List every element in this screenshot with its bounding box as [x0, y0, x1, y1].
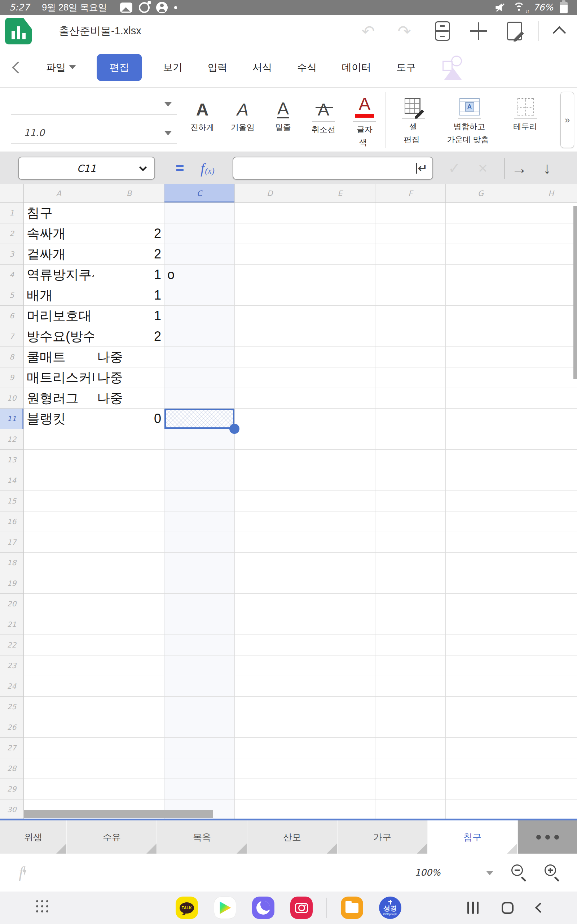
cell-E2[interactable] [305, 223, 376, 244]
cell-F11[interactable] [376, 409, 446, 429]
cell-C8[interactable] [164, 347, 235, 367]
row-header-27[interactable]: 27 [0, 738, 24, 758]
samsung-internet-app-icon[interactable] [252, 897, 274, 919]
cell-A7[interactable]: 방수요(방수 [24, 326, 94, 347]
cell-E21[interactable] [305, 614, 376, 635]
cell-A17[interactable] [24, 532, 94, 552]
home-button[interactable] [501, 902, 514, 914]
cell-G14[interactable] [446, 470, 516, 491]
strikethrough-button[interactable]: 취소선 [303, 88, 344, 152]
cell-A27[interactable] [24, 738, 94, 758]
cell-G10[interactable] [446, 388, 516, 409]
cell-A3[interactable]: 겉싸개 [24, 244, 94, 265]
cell-D22[interactable] [235, 635, 305, 656]
cell-H4[interactable] [516, 265, 577, 285]
cell-F10[interactable] [376, 388, 446, 409]
cell-B16[interactable] [94, 512, 164, 532]
menu-item-edit[interactable]: 편집 [97, 54, 142, 81]
cell-E27[interactable] [305, 738, 376, 758]
column-header-D[interactable]: D [235, 184, 305, 203]
cell-A22[interactable] [24, 635, 94, 656]
vertical-scrollbar[interactable] [574, 206, 577, 379]
column-header-C[interactable]: C [164, 184, 235, 203]
cell-H27[interactable] [516, 738, 577, 758]
cell-F15[interactable] [376, 491, 446, 512]
cell-H8[interactable] [516, 347, 577, 367]
cell-H16[interactable] [516, 512, 577, 532]
cell-E10[interactable] [305, 388, 376, 409]
zoom-in-icon[interactable] [544, 864, 561, 881]
cell-B23[interactable] [94, 656, 164, 676]
cell-F23[interactable] [376, 656, 446, 676]
cell-E29[interactable] [305, 779, 376, 800]
cell-D2[interactable] [235, 223, 305, 244]
cell-D3[interactable] [235, 244, 305, 265]
cell-B26[interactable] [94, 717, 164, 738]
cell-F13[interactable] [376, 450, 446, 470]
column-header-G[interactable]: G [446, 184, 516, 203]
cell-B9[interactable]: 나중 [94, 367, 164, 388]
cell-A16[interactable] [24, 512, 94, 532]
column-header-E[interactable]: E [305, 184, 376, 203]
row-header-7[interactable]: 7 [0, 326, 24, 347]
cell-H11[interactable] [516, 409, 577, 429]
row-header-28[interactable]: 28 [0, 758, 24, 779]
cell-D24[interactable] [235, 676, 305, 696]
cell-C20[interactable] [164, 594, 235, 614]
cell-D17[interactable] [235, 532, 305, 552]
cell-H17[interactable] [516, 532, 577, 552]
cell-A14[interactable] [24, 470, 94, 491]
cell-C11[interactable] [164, 409, 235, 429]
cell-A2[interactable]: 속싸개 [24, 223, 94, 244]
cell-G9[interactable] [446, 367, 516, 388]
cell-F6[interactable] [376, 306, 446, 326]
sheet-tab-mogyok[interactable]: 목욕 [157, 821, 247, 854]
cell-F25[interactable] [376, 696, 446, 717]
cell-D10[interactable] [235, 388, 305, 409]
cell-H5[interactable] [516, 285, 577, 306]
cell-D8[interactable] [235, 347, 305, 367]
cell-D20[interactable] [235, 594, 305, 614]
cell-A29[interactable] [24, 779, 94, 800]
cell-D23[interactable] [235, 656, 305, 676]
add-icon[interactable] [467, 20, 490, 42]
cell-C26[interactable] [164, 717, 235, 738]
cell-D29[interactable] [235, 779, 305, 800]
cell-H23[interactable] [516, 656, 577, 676]
cell-B5[interactable]: 1 [94, 285, 164, 306]
cell-D13[interactable] [235, 450, 305, 470]
cell-H1[interactable] [516, 203, 577, 223]
cell-G8[interactable] [446, 347, 516, 367]
cell-A28[interactable] [24, 758, 94, 779]
cell-C3[interactable] [164, 244, 235, 265]
back-chevron-icon[interactable] [12, 61, 24, 74]
cell-E30[interactable] [305, 800, 376, 819]
equals-icon[interactable] [176, 152, 184, 184]
cell-C19[interactable] [164, 573, 235, 594]
cell-G6[interactable] [446, 306, 516, 326]
cell-G1[interactable] [446, 203, 516, 223]
row-header-14[interactable]: 14 [0, 470, 24, 491]
cell-B11[interactable]: 0 [94, 409, 164, 429]
cell-E13[interactable] [305, 450, 376, 470]
column-header-B[interactable]: B [94, 184, 164, 203]
borders-button[interactable]: 테두리 [499, 88, 552, 152]
cell-B14[interactable] [94, 470, 164, 491]
cell-C16[interactable] [164, 512, 235, 532]
row-header-22[interactable]: 22 [0, 635, 24, 656]
row-header-1[interactable]: 1 [0, 203, 24, 223]
cell-E6[interactable] [305, 306, 376, 326]
cell-F26[interactable] [376, 717, 446, 738]
cell-H2[interactable] [516, 223, 577, 244]
row-header-6[interactable]: 6 [0, 306, 24, 326]
cell-C4[interactable]: o [164, 265, 235, 285]
cell-C28[interactable] [164, 758, 235, 779]
cell-C24[interactable] [164, 676, 235, 696]
column-header-H[interactable]: H [516, 184, 577, 203]
font-size-dropdown[interactable]: 11.0 [11, 123, 177, 144]
cell-E22[interactable] [305, 635, 376, 656]
row-header-12[interactable]: 12 [0, 429, 24, 450]
cancel-x-icon[interactable] [478, 152, 488, 184]
cell-E17[interactable] [305, 532, 376, 552]
cell-H30[interactable] [516, 800, 577, 819]
